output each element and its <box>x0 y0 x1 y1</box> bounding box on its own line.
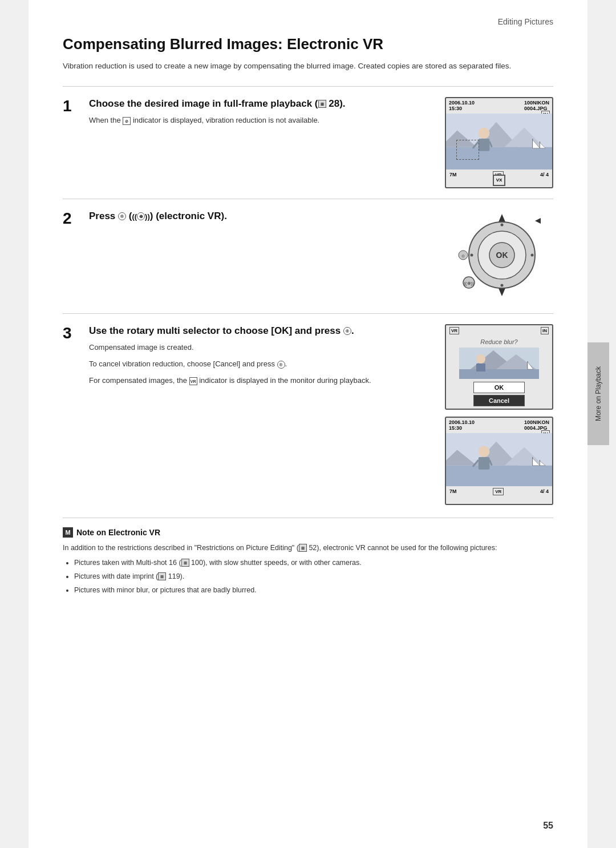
note-bullet-3: Pictures with minor blur, or pictures th… <box>74 584 553 596</box>
step-3-content: Use the rotary multi selector to choose … <box>89 324 433 505</box>
cam2-folder: 100NIKON0004.JPG <box>524 419 549 431</box>
menu-question: Reduce blur? <box>446 336 552 346</box>
scene-svg-2 <box>446 433 552 487</box>
cam-screen-top-1: 2006.10.1015:30 100NIKON0004.JPG <box>446 98 552 113</box>
cam-scene-1 <box>446 113 552 170</box>
step-2-content: Press ® (((⊕))) (electronic VR). <box>89 209 439 303</box>
side-tab-label: More on Playback <box>594 366 602 421</box>
menu-screen: VR IN Reduce blur? <box>445 324 553 410</box>
cam2-frame: 4/ 4 <box>540 488 549 494</box>
note-title-text: Note on Electronic VR <box>76 528 160 537</box>
cam2-vr-badge: VR <box>493 488 504 495</box>
ok-circle-icon-3: ® <box>343 327 351 335</box>
svg-point-21 <box>471 253 473 256</box>
svg-point-19 <box>501 223 504 226</box>
cam-frame: 4/ 4 <box>540 172 549 177</box>
step-3-body: Compensated image is created. To cancel … <box>89 342 433 386</box>
step-3-body-line-2: To cancel vibration reduction, choose [C… <box>89 358 433 370</box>
cam-indicator <box>456 140 479 160</box>
ok-dial-svg: OK ((⊕)) ⊙ <box>451 209 553 301</box>
vr-circle-icon: ⊕ <box>137 212 145 220</box>
book-icon-note: ⊞ <box>299 544 307 552</box>
cam-screen-1: 2006.10.1015:30 100NIKON0004.JPG IN <box>445 97 553 188</box>
step-3-body-line-1: Compensated image is created. <box>89 342 433 354</box>
note-bullet-2: Pictures with date imprint (⊞ 119). <box>74 571 553 582</box>
page-header: Editing Pictures <box>63 17 553 30</box>
menu-options: OK Cancel <box>446 382 552 406</box>
svg-point-20 <box>501 284 504 286</box>
cam-date: 2006.10.1015:30 <box>449 100 475 111</box>
cam-scene-2 <box>446 433 552 487</box>
cam-folder: 100NIKON0004.JPG <box>524 100 549 111</box>
step-2-number: 2 <box>63 209 89 303</box>
ok-menu-btn[interactable]: OK <box>473 382 525 393</box>
note-box: M Note on Electronic VR In addition to t… <box>63 518 553 596</box>
cam-size: 7M <box>449 172 457 177</box>
menu-top-bar: VR IN <box>446 325 552 336</box>
step-2-title: Press ® (((⊕))) (electronic VR). <box>89 209 439 223</box>
step-1-content: Choose the desired image in full-frame p… <box>89 97 433 188</box>
cam-bottom-bar-2: 7M VR 4/ 4 <box>446 487 552 496</box>
step-3-images: VR IN Reduce blur? <box>445 324 553 505</box>
vr-small-icon: VR <box>189 377 197 385</box>
svg-text:⊙: ⊙ <box>461 254 465 258</box>
book-icon-b2: ⊞ <box>158 572 166 580</box>
intro-text: Vibration reduction is used to create a … <box>63 60 553 72</box>
note-icon: M <box>63 527 73 538</box>
step-2-image: OK ((⊕)) ⊙ <box>451 209 553 303</box>
svg-marker-14 <box>499 288 505 296</box>
cancel-menu-btn[interactable]: Cancel <box>473 395 525 406</box>
side-tab: More on Playback <box>587 342 609 445</box>
note-title: M Note on Electronic VR <box>63 527 553 538</box>
step-1-image: 2006.10.1015:30 100NIKON0004.JPG IN <box>445 97 553 188</box>
svg-point-32 <box>476 354 485 364</box>
svg-marker-13 <box>499 214 505 222</box>
step-1-number: 1 <box>63 97 89 188</box>
note-bullets: Pictures taken with Multi-shot 16 (⊞ 100… <box>74 557 553 596</box>
svg-rect-10 <box>479 139 490 151</box>
svg-rect-33 <box>476 364 485 371</box>
cam2-date: 2006.10.1015:30 <box>449 419 475 431</box>
page-number: 55 <box>543 821 553 831</box>
svg-marker-25 <box>535 218 541 224</box>
ok-circle-icon-2: ® <box>118 212 126 220</box>
cam-screen-2: 2006.10.1015:30 100NIKON0004.JPG IN <box>445 417 553 505</box>
svg-text:((⊕)): ((⊕)) <box>464 281 474 286</box>
svg-point-22 <box>531 253 534 256</box>
vr-menu-badge: VR <box>449 327 459 334</box>
step-1: 1 Choose the desired image in full-frame… <box>63 86 553 199</box>
storage-menu-badge: IN <box>541 327 549 334</box>
cam-screen-top-2: 2006.10.1015:30 100NIKON0004.JPG <box>446 418 552 433</box>
step-3-title: Use the rotary multi selector to choose … <box>89 324 433 338</box>
header-label: Editing Pictures <box>498 17 553 26</box>
svg-rect-31 <box>459 369 539 379</box>
book-icon-1: ⊞ <box>318 100 326 108</box>
note-body: In addition to the restrictions describe… <box>63 542 553 596</box>
svg-rect-40 <box>446 465 552 486</box>
ok-circle-icon-4: ® <box>277 361 285 369</box>
step-1-title: Choose the desired image in full-frame p… <box>89 97 433 111</box>
main-title: Compensating Blurred Images: Electronic … <box>63 35 553 53</box>
no-vr-icon: ⊘ <box>123 117 131 125</box>
svg-rect-46 <box>479 457 490 470</box>
step-1-body: When the ⊘ indicator is displayed, vibra… <box>89 115 433 127</box>
note-bullet-1: Pictures taken with Multi-shot 16 (⊞ 100… <box>74 557 553 568</box>
svg-text:OK: OK <box>496 251 508 260</box>
svg-point-45 <box>479 446 490 457</box>
note-body-text: In addition to the restrictions describe… <box>63 542 553 554</box>
svg-point-9 <box>479 127 490 139</box>
book-icon-b1: ⊞ <box>181 559 189 567</box>
step-2: 2 Press ® (((⊕))) (electronic VR). OK <box>63 199 553 313</box>
menu-scene-svg <box>459 348 539 379</box>
cam2-size: 7M <box>449 488 457 494</box>
step-3-number: 3 <box>63 324 89 505</box>
menu-scene <box>446 346 552 381</box>
step-3: 3 Use the rotary multi selector to choos… <box>63 313 553 515</box>
page: More on Playback Editing Pictures Compen… <box>29 0 587 848</box>
step-3-body-line-3: For compensated images, the VR indicator… <box>89 375 433 387</box>
vx-badge: VX <box>493 175 505 186</box>
